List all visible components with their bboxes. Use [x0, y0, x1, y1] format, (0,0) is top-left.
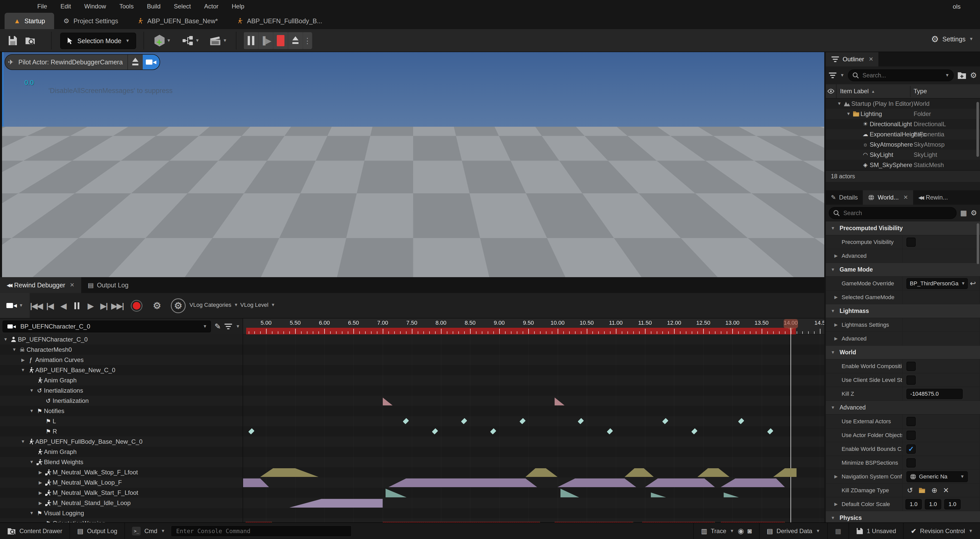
save-button[interactable] — [6, 33, 19, 49]
outliner-row[interactable]: ◠SkyLightSkyLight — [826, 150, 980, 160]
insights-button[interactable]: ▩ — [828, 523, 849, 539]
expander-icon[interactable]: ▶ — [834, 501, 838, 507]
next-frame-button[interactable]: ▶| — [97, 298, 110, 314]
expander-open-icon[interactable]: ▼ — [19, 439, 27, 444]
close-icon[interactable]: ✕ — [904, 194, 908, 201]
property-matrix-icon[interactable]: ▦ — [960, 209, 967, 217]
outliner-settings-gear-icon[interactable]: ⚙ — [970, 72, 977, 79]
tab-rewin[interactable]: ◀◀Rewin... — [913, 190, 953, 205]
expander-icon[interactable]: ▶ — [37, 501, 44, 506]
expander-open-icon[interactable]: ▼ — [28, 459, 35, 465]
content-drawer-button[interactable]: Content Drawer — [0, 523, 70, 539]
vlog-categories-dropdown[interactable]: VLog Categories ▼ — [189, 302, 238, 308]
clear-icon[interactable]: ✕ — [943, 487, 949, 494]
checkbox[interactable] — [907, 376, 916, 385]
menu-select[interactable]: Select — [174, 3, 191, 10]
outliner-search-input[interactable] — [862, 72, 942, 79]
pause-button[interactable] — [70, 298, 83, 314]
expander-icon[interactable]: ▶ — [834, 474, 838, 479]
section-advanced[interactable]: ▼Advanced — [826, 401, 980, 415]
tree-row-r[interactable]: ⚑R — [0, 426, 243, 437]
tab-outliner[interactable]: Outliner ✕ — [826, 52, 878, 66]
chevron-down-icon[interactable]: ▼ — [236, 324, 240, 329]
use-selected-icon[interactable]: ↺ — [907, 487, 913, 494]
details-scrollbar[interactable] — [977, 223, 979, 264]
tree-row-m-neutral-walk-loop-f[interactable]: ▶M_Neutral_Walk_Loop_F — [0, 477, 243, 488]
pause-button[interactable] — [244, 32, 258, 49]
number-input[interactable]: -1048575.0 — [907, 389, 963, 399]
autoeject-settings-button[interactable]: ⚙ — [150, 298, 165, 314]
asset-tab-abp-uefn-base-new-[interactable]: ABP_UEFN_Base_New* — [127, 13, 227, 29]
outliner-row[interactable]: ☼SkyAtmosphereSkyAtmosp — [826, 139, 980, 150]
checkbox[interactable] — [907, 431, 916, 440]
tree-row-abp-uefn-fullbody-base-new-c-0[interactable]: ▼ABP_UEFN_FullBody_Base_New_C_0 — [0, 437, 243, 447]
section-lightmass[interactable]: ▼Lightmass — [826, 304, 980, 318]
chevron-down-icon[interactable]: ▼ — [945, 73, 949, 78]
tree-row-animation-curves[interactable]: ▶ƒAnimation Curves — [0, 355, 243, 365]
checkbox[interactable] — [907, 417, 916, 426]
rewind-timeline[interactable]: 5.005.506.006.507.007.508.008.509.009.50… — [243, 319, 824, 522]
tree-row-m-neutral-stand-idle-loop[interactable]: ▶M_Neutral_Stand_Idle_Loop — [0, 498, 243, 508]
tree-row-charactermesh0[interactable]: ▼☠CharacterMesh0 — [0, 344, 243, 355]
add-actor-button[interactable]: ▼ — [151, 33, 174, 49]
checkbox[interactable]: ✓ — [907, 445, 916, 454]
outliner-row[interactable]: ▼Startup (Play In Editor)World — [826, 99, 980, 109]
tree-row-anim-graph[interactable]: Anim Graph — [0, 375, 243, 386]
eye-icon[interactable] — [826, 84, 837, 98]
checkbox[interactable] — [907, 362, 916, 371]
level-viewport[interactable]: ✈ Pilot Actor: RewindDebuggerCamera ◀ 0.… — [2, 52, 824, 277]
checkbox[interactable] — [907, 458, 916, 467]
filter-icon[interactable] — [829, 73, 837, 78]
number-input[interactable]: 1.0 — [905, 499, 922, 509]
debug-target-select[interactable]: ◀ BP_UEFNCharacter_C_0 ▼ — [3, 321, 211, 332]
frame-skip-button[interactable]: ▐▶ — [259, 32, 273, 49]
tree-row-inertializations[interactable]: ▼↺Inertializations — [0, 386, 243, 396]
filter-icon[interactable] — [224, 324, 232, 329]
browse-content-button[interactable] — [24, 33, 37, 49]
expander-icon[interactable]: ▶ — [834, 295, 838, 300]
trace-record-icon[interactable]: ◉ — [738, 528, 744, 535]
expander-icon[interactable]: ▶ — [19, 357, 27, 363]
mode-selector[interactable]: Selection Mode ▼ — [60, 33, 136, 49]
expander-icon[interactable]: ▶ — [834, 336, 838, 341]
section-game-mode[interactable]: ▼Game Mode — [826, 263, 980, 277]
last-frame-button[interactable]: ▶▶| — [111, 298, 124, 314]
expander-icon[interactable]: ▶ — [834, 322, 838, 327]
tree-row-l[interactable]: ⚑L — [0, 416, 243, 426]
tree-row-blend-weights[interactable]: ▼Blend Weights — [0, 457, 243, 467]
play-reverse-button[interactable]: ◀ — [57, 298, 70, 314]
chevron-down-icon[interactable]: ▼ — [840, 73, 845, 78]
pilot-actor-bar[interactable]: ✈ Pilot Actor: RewindDebuggerCamera ◀ — [5, 54, 160, 70]
pilot-camera-button[interactable]: ◀ — [143, 55, 159, 70]
expander-open-icon[interactable]: ▼ — [2, 337, 9, 342]
eyedropper-icon[interactable]: ✎ — [215, 323, 221, 330]
menu-actor[interactable]: Actor — [204, 3, 219, 10]
menu-edit[interactable]: Edit — [60, 3, 71, 10]
number-input[interactable]: 1.0 — [925, 499, 941, 509]
col-type-label[interactable]: Type — [913, 88, 927, 95]
pie-options-button[interactable]: ⋮ — [303, 32, 312, 49]
playhead-line[interactable] — [791, 328, 791, 522]
expander-icon[interactable]: ▶ — [37, 480, 44, 485]
expander-open-icon[interactable]: ▼ — [11, 347, 18, 352]
section-physics[interactable]: ▼Physics — [826, 511, 980, 522]
expander-open-icon[interactable]: ▼ — [19, 368, 27, 373]
tree-row-inertialization[interactable]: ↺Inertialization — [0, 396, 243, 406]
outliner-row[interactable]: ☀DirectionalLightDirectionalL — [826, 119, 980, 129]
pick-icon[interactable]: ⊕ — [931, 487, 937, 494]
expander-open-icon[interactable]: ▼ — [845, 112, 852, 116]
section-world[interactable]: ▼World — [826, 346, 980, 359]
tree-row-m-neutral-walk-start-f-lfoot[interactable]: ▶M_Neutral_Walk_Start_F_Lfoot — [0, 488, 243, 498]
tab-output-log[interactable]: ▤Output Log — [81, 277, 135, 293]
menu-build[interactable]: Build — [147, 3, 161, 10]
target-settings-button[interactable]: ⚙ — [170, 298, 186, 314]
expander-icon[interactable]: ▶ — [37, 470, 44, 475]
asset-tab-startup[interactable]: ▲Startup — [5, 13, 54, 29]
tree-row-orientationwarping[interactable]: ⚑OrientationWarping — [0, 518, 243, 522]
outliner-row[interactable]: ◈SM_SkySphereStaticMesh — [826, 160, 980, 170]
expander-icon[interactable]: ▶ — [834, 253, 838, 258]
dropdown[interactable]: Generic Na▼ — [907, 471, 968, 482]
stop-button[interactable] — [274, 32, 288, 49]
details-search-input[interactable] — [843, 209, 952, 217]
prev-frame-button[interactable]: |◀ — [43, 298, 56, 314]
